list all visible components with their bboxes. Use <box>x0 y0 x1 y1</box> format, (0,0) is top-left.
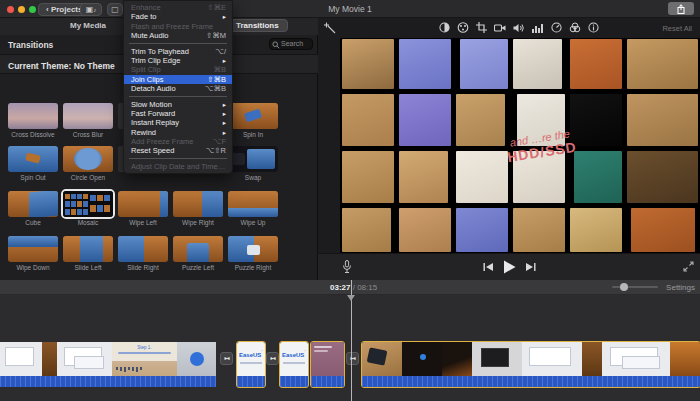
transition-marker-icon[interactable]: ▸◂ <box>266 352 279 365</box>
timeline-settings-button[interactable]: Settings <box>666 283 695 292</box>
transition-thumbnail[interactable] <box>228 103 278 129</box>
search-input[interactable]: Search <box>269 38 313 50</box>
next-frame-button[interactable] <box>525 262 536 272</box>
enhance-wand-button[interactable] <box>324 22 337 35</box>
transition-item-spin-in[interactable]: Spin In <box>228 103 283 138</box>
transition-item-slide-right[interactable]: Slide Right <box>118 236 173 271</box>
play-icon <box>503 260 516 274</box>
menu-item-split-clip[interactable]: Split Clip⌘B <box>124 65 232 74</box>
crop-button[interactable] <box>475 21 488 34</box>
menu-item-trim-to-playhead[interactable]: Trim To Playhead⌥/ <box>124 47 232 56</box>
transition-thumbnail[interactable] <box>8 146 58 172</box>
tab-my-media[interactable]: My Media <box>70 21 106 30</box>
mosaic-tile <box>570 39 622 89</box>
transition-item-puzzle-right[interactable]: Puzzle Right <box>228 236 283 271</box>
menu-item-trim-clip-edge[interactable]: Trim Clip Edge▸ <box>124 56 232 65</box>
transition-item-wipe-right[interactable]: Wipe Right <box>173 191 228 226</box>
timeline-clip-easeus[interactable]: EaseUS˙ <box>280 342 308 387</box>
timeline-clip[interactable] <box>362 342 700 387</box>
mosaic-tile <box>627 94 698 146</box>
transition-thumbnail[interactable] <box>118 236 168 262</box>
transition-item-slide-left[interactable]: Slide Left <box>63 236 118 271</box>
previous-frame-button[interactable] <box>483 262 494 272</box>
menu-item-instant-replay[interactable]: Instant Replay▸ <box>124 118 232 127</box>
transition-item-puzzle-left[interactable]: Puzzle Left <box>173 236 228 271</box>
easeus-label: EaseUS˙ <box>237 349 265 358</box>
transition-thumbnail[interactable] <box>8 191 58 217</box>
transition-thumbnail[interactable] <box>63 236 113 262</box>
menu-item-slow-motion[interactable]: Slow Motion▸ <box>124 100 232 109</box>
transition-item-cube[interactable]: Cube <box>8 191 63 226</box>
transition-marker-icon[interactable]: ▸◂ <box>220 352 233 365</box>
clip-filter-button[interactable] <box>568 21 581 34</box>
menu-item-join-clips[interactable]: Join Clips⇧⌘B <box>124 75 232 84</box>
transition-item-cross-blur[interactable]: Cross Blur <box>63 103 118 138</box>
menu-separator <box>129 96 227 97</box>
transition-thumbnail[interactable] <box>8 103 58 129</box>
volume-button[interactable] <box>513 21 526 34</box>
playhead-marker[interactable] <box>347 295 355 301</box>
menu-item-reset-speed[interactable]: Reset Speed⌥⇧R <box>124 146 232 155</box>
transition-label: Slide Left <box>63 264 113 271</box>
transition-thumbnail[interactable] <box>228 191 278 217</box>
clip-frame-ssd <box>472 342 522 376</box>
transition-thumbnail[interactable] <box>63 103 113 129</box>
menu-item-mute-audio[interactable]: Mute Audio⇧⌘M <box>124 31 232 40</box>
speed-button[interactable] <box>550 21 563 34</box>
fullscreen-button[interactable] <box>683 261 694 272</box>
transition-thumbnail[interactable] <box>173 236 223 262</box>
clip-frame-orange <box>582 342 602 376</box>
timeline-zoom-slider[interactable] <box>612 286 658 288</box>
transition-thumbnail[interactable] <box>63 146 113 172</box>
transition-thumbnail[interactable] <box>8 236 58 262</box>
mosaic-tile <box>399 39 451 89</box>
transition-item-circle-open[interactable]: Circle Open <box>63 146 118 181</box>
transition-thumbnail[interactable] <box>63 191 113 217</box>
mosaic-tile <box>627 151 698 203</box>
speaker-icon <box>513 23 525 33</box>
menu-item-detach-audio[interactable]: Detach Audio⌥⌘B <box>124 84 232 93</box>
menu-item-add-freeze-frame[interactable]: Add Freeze Frame⌥F <box>124 137 232 146</box>
menu-item-flash-and-freeze-frame[interactable]: Flash and Freeze Frame <box>124 22 232 31</box>
menu-item-fade-to[interactable]: Fade to▸ <box>124 12 232 21</box>
playback-controls <box>318 253 700 280</box>
reset-all-button[interactable]: Reset All <box>662 24 692 33</box>
timeline-clip-easeus[interactable]: EaseUS˙ <box>237 342 265 387</box>
logo-badge <box>190 352 204 366</box>
crop-icon <box>476 22 487 33</box>
speedometer-icon <box>551 22 562 33</box>
transition-thumbnail[interactable] <box>173 191 223 217</box>
tab-transitions[interactable]: Transitions <box>227 19 288 32</box>
share-button[interactable] <box>668 2 694 15</box>
play-button[interactable] <box>503 260 516 274</box>
menu-item-enhance[interactable]: Enhance⇧⌘E <box>124 3 232 12</box>
transition-item-cross-dissolve[interactable]: Cross Dissolve <box>8 103 63 138</box>
zoom-slider-thumb[interactable] <box>620 283 628 291</box>
color-balance-button[interactable] <box>438 21 451 34</box>
timeline-clip[interactable]: Step 1. <box>0 342 216 387</box>
transition-thumbnail[interactable] <box>228 146 278 172</box>
transition-item-wipe-down[interactable]: Wipe Down <box>8 236 63 271</box>
mosaic-tile <box>456 94 505 146</box>
imovie-window: ‹ Projects ▣♪ ▢ My Movie 1 My Media Tran… <box>0 0 700 401</box>
noise-reduction-button[interactable] <box>531 21 544 34</box>
transition-thumbnail[interactable] <box>118 191 168 217</box>
transition-marker-icon[interactable]: ▸◂ <box>346 352 359 365</box>
color-correction-button[interactable] <box>457 21 470 34</box>
timeline-header: 03:27 / 08:15 Settings <box>0 280 700 295</box>
transition-item-mosaic[interactable]: Mosaic <box>63 191 118 226</box>
menu-item-rewind[interactable]: Rewind▸ <box>124 128 232 137</box>
clip-info-button[interactable] <box>587 21 600 34</box>
transition-item-wipe-left[interactable]: Wipe Left <box>118 191 173 226</box>
timeline[interactable]: Step 1.▸◂EaseUS˙▸◂EaseUS˙▸◂ <box>0 295 700 401</box>
transition-item-spin-out[interactable]: Spin Out <box>8 146 63 181</box>
stabilization-button[interactable] <box>494 21 507 34</box>
mosaic-tile <box>456 151 508 203</box>
transition-item-swap[interactable]: Swap <box>228 146 283 181</box>
menu-item-adjust-clip-date-and-time[interactable]: Adjust Clip Date and Time… <box>124 162 232 171</box>
transition-item-wipe-up[interactable]: Wipe Up <box>228 191 283 226</box>
timeline-clip-purple[interactable] <box>311 342 344 387</box>
transition-thumbnail[interactable] <box>228 236 278 262</box>
transition-label: Circle Open <box>63 174 113 181</box>
menu-item-fast-forward[interactable]: Fast Forward▸ <box>124 109 232 118</box>
